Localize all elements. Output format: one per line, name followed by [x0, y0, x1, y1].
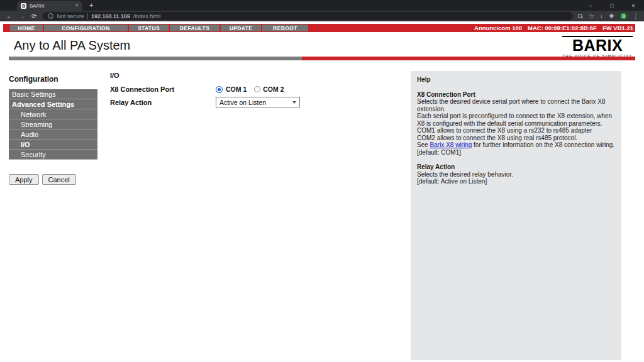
sidebar-item-advanced-settings[interactable]: Advanced Settings	[9, 99, 97, 109]
info-icon[interactable]: i	[48, 13, 53, 19]
url-divider	[87, 13, 88, 19]
new-tab-icon[interactable]: +	[89, 1, 93, 9]
nav-defaults-button[interactable]: DEFAULTS	[170, 25, 219, 31]
sidebar-item-streaming[interactable]: Streaming	[9, 119, 97, 129]
browser-tabstrip: B BARIX × + – □ ×	[0, 0, 644, 11]
relay-action-value: Active on Listen	[219, 99, 266, 106]
toolbar-icons: ☆ ↓ ❖ B ⋮	[578, 13, 639, 19]
device-name: Annuncicom 100	[474, 25, 522, 31]
favicon: B	[21, 3, 26, 9]
nav-status-button[interactable]: STATUS	[129, 25, 169, 31]
com1-label[interactable]: COM 1	[226, 85, 247, 93]
form-actions: Apply Cancel	[9, 174, 76, 185]
barix-x8-wiring-link[interactable]: Barix X8 wiring	[430, 141, 472, 148]
device-info: Annuncicom 100 MAC: 00:08:E1:02:8B:6F FW…	[474, 25, 635, 31]
refresh-icon[interactable]: ⟳	[31, 13, 36, 19]
device-mac: MAC: 00:08:E1:02:8B:6F	[528, 25, 597, 31]
profile-avatar[interactable]: B	[620, 13, 627, 19]
nav-reboot-button[interactable]: REBOOT	[262, 25, 308, 31]
screen: B BARIX × + – □ × ← → ⟳ i Not secure 192…	[0, 0, 644, 362]
browser-toolbar: ← → ⟳ i Not secure 192.168.11.169/index.…	[0, 11, 644, 21]
sidebar-item-basic-settings[interactable]: Basic Settings	[9, 89, 97, 99]
see-suffix: for further information on the X8 connec…	[472, 141, 614, 148]
bookmark-star-icon[interactable]: ☆	[589, 13, 594, 19]
divider-gray	[9, 57, 302, 60]
sidebar-item-security[interactable]: Security	[9, 150, 97, 160]
close-window-icon[interactable]: ×	[623, 0, 644, 11]
window-controls: – □ ×	[580, 0, 644, 11]
tab-close-icon[interactable]: ×	[75, 3, 79, 9]
device-nav-bar: HOME CONFIGURATION STATUS DEFAULTS UPDAT…	[3, 24, 635, 32]
help-x8-p3: COM1 allows to connect the X8 using a rs…	[417, 127, 615, 134]
sidebar-menu: Basic Settings Advanced Settings Network…	[9, 89, 97, 160]
help-relay-p1: Selects the desired relay behavior.	[417, 171, 615, 178]
sidebar-heading: Configuration	[9, 75, 58, 84]
com2-label[interactable]: COM 2	[263, 85, 284, 93]
url-path: /index.html	[133, 13, 161, 19]
security-label: Not secure	[57, 13, 84, 19]
device-firmware: FW VB1.21	[602, 25, 633, 31]
com2-radio[interactable]	[254, 86, 260, 92]
extensions-icon[interactable]: ❖	[609, 13, 614, 19]
tab-title: BARIX	[30, 3, 45, 9]
cancel-button[interactable]: Cancel	[42, 174, 76, 185]
help-x8-p1: Selects the desired device serial port w…	[417, 98, 615, 112]
sidebar-item-io[interactable]: I/O	[9, 140, 97, 150]
help-x8-p4: COM2 allows to connect the X8 using real…	[417, 134, 615, 142]
nav-update-button[interactable]: UPDATE	[221, 25, 261, 31]
help-x8-default: [default: COM1]	[417, 149, 615, 156]
browser-menu-icon[interactable]: ⋮	[633, 13, 639, 19]
logo-wordmark: BARIX	[562, 36, 633, 53]
relay-action-select[interactable]: Active on Listen	[216, 97, 300, 107]
help-x8-p2: Each serial port is preconfigured to con…	[417, 112, 615, 127]
section-title: I/O	[110, 72, 119, 79]
divider-red	[302, 57, 635, 60]
help-x8-see-line: See Barix X8 wiring for further informat…	[417, 141, 615, 149]
sidebar-item-network[interactable]: Network	[9, 109, 97, 119]
com1-radio[interactable]	[216, 87, 222, 92]
chevron-down-icon	[292, 101, 296, 104]
nav-configuration-button[interactable]: CONFIGURATION	[44, 25, 128, 31]
help-panel: Help X8 Connection Port Selects the desi…	[411, 71, 621, 360]
browser-tab[interactable]: B BARIX ×	[17, 1, 82, 11]
url-host: 192.168.11.169	[91, 13, 130, 19]
relay-action-label: Relay Action	[110, 99, 152, 106]
x8-connection-port-label: X8 Connection Port	[110, 85, 174, 93]
maximize-icon[interactable]: □	[601, 0, 623, 11]
minimize-icon[interactable]: –	[580, 0, 601, 11]
apply-button[interactable]: Apply	[9, 174, 39, 185]
help-heading: Help	[417, 76, 615, 84]
see-prefix: See	[417, 141, 430, 148]
barix-logo: BARIX THE VOICE OF SIMPLICITY	[562, 36, 633, 58]
x8-radio-group: COM 1 COM 2	[216, 85, 286, 93]
back-icon[interactable]: ←	[6, 13, 13, 19]
nav-home-button[interactable]: HOME	[10, 25, 43, 31]
download-icon[interactable]: ↓	[600, 13, 603, 19]
page-title: Any to All PA System	[14, 38, 130, 53]
help-relay-default: [default: Active on Listen]	[417, 178, 615, 185]
zoom-icon[interactable]	[578, 14, 583, 19]
help-x8-title: X8 Connection Port	[417, 91, 615, 99]
sidebar-item-audio[interactable]: Audio	[9, 129, 97, 140]
help-relay-title: Relay Action	[417, 163, 615, 171]
forward-icon[interactable]: →	[19, 13, 25, 19]
address-bar[interactable]: i Not secure 192.168.11.169/index.html	[43, 12, 573, 20]
